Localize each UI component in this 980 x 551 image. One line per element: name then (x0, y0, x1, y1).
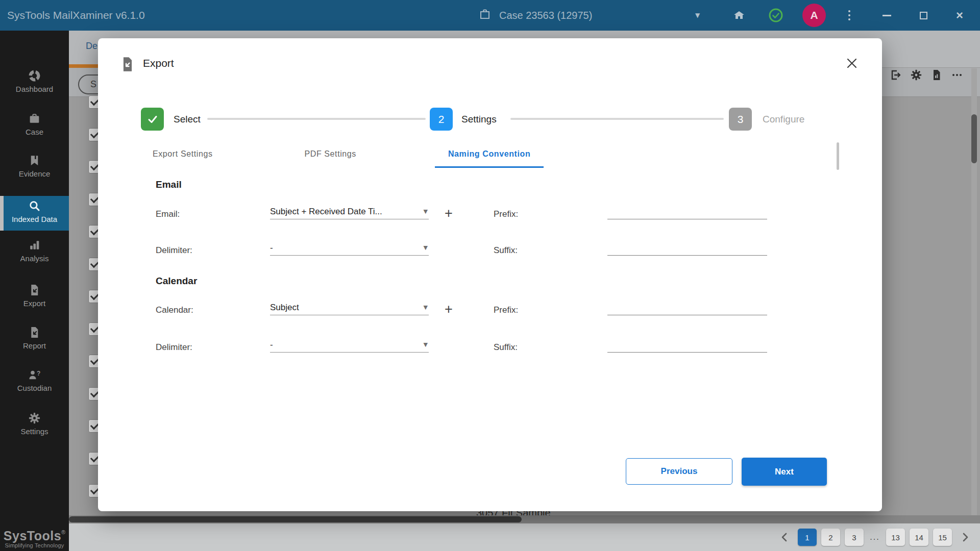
next-button[interactable]: Next (742, 458, 827, 486)
file-export-icon (28, 326, 41, 339)
step-connector (207, 118, 426, 120)
email-format-select[interactable]: Subject + Received Date Ti... ▼ (270, 203, 429, 219)
sidebar-item-label: Dashboard (16, 85, 53, 93)
select-value: Subject (270, 303, 299, 313)
previous-button[interactable]: Previous (626, 458, 732, 485)
sidebar-item-evidence[interactable]: Evidence (0, 154, 69, 178)
page-button[interactable]: 15 (933, 529, 952, 546)
check-circle-icon[interactable] (768, 0, 784, 31)
email-prefix-input[interactable] (607, 205, 767, 219)
section-heading-calendar: Calendar (156, 276, 197, 287)
sidebar-item-analysis[interactable]: Analysis (0, 239, 69, 263)
vertical-scrollbar[interactable] (971, 68, 977, 546)
dialog-title: Export (143, 57, 174, 69)
export-action-icon[interactable] (890, 69, 902, 81)
calendar-format-select[interactable]: Subject ▼ (270, 299, 429, 315)
briefcase-icon (479, 8, 491, 22)
email-delimiter-select[interactable]: - ▼ (270, 239, 429, 256)
sidebar-item-label: Settings (20, 427, 48, 436)
add-token-button[interactable]: + (440, 299, 457, 319)
page-button[interactable]: 13 (886, 529, 905, 546)
app-title: SysTools MailXaminer v6.1.0 (7, 0, 145, 31)
select-value: - (270, 243, 273, 253)
calendar-delimiter-row: Delimiter: - ▼ Suffix: (156, 336, 824, 359)
case-label: Case 23563 (12975) (499, 10, 592, 21)
calendar-format-row: Calendar: Subject ▼ + Prefix: (156, 299, 824, 321)
step-label: Configure (763, 108, 804, 131)
chevron-right-icon[interactable] (957, 529, 974, 546)
close-window-button[interactable]: × (951, 0, 968, 31)
sidebar-item-label: Evidence (19, 169, 51, 178)
check-icon (146, 113, 159, 126)
field-label: Delimiter: (156, 239, 192, 262)
chevron-down-icon: ▼ (424, 244, 428, 251)
horizontal-scrollbar[interactable] (69, 515, 980, 523)
page-ellipsis: ... (868, 533, 881, 542)
step-settings[interactable]: 2 (430, 108, 453, 131)
sidebar: Dashboard Case Evidence Indexed Data Ana… (0, 31, 69, 551)
gear-icon[interactable] (910, 69, 922, 81)
sidebar-item-case[interactable]: Case (0, 112, 69, 136)
app-window: SysTools MailXaminer v6.1.0 Case 23563 (… (0, 0, 980, 551)
vertical-scrollbar-thumb[interactable] (971, 114, 977, 163)
sidebar-item-export[interactable]: Export (0, 284, 69, 308)
dialog-scrollbar-thumb[interactable] (837, 142, 839, 170)
horizontal-scrollbar-thumb[interactable] (69, 516, 522, 522)
step-configure[interactable]: 3 (729, 108, 752, 131)
calendar-suffix-input[interactable] (607, 338, 767, 353)
maximize-button[interactable] (916, 0, 931, 31)
calendar-prefix-input[interactable] (607, 301, 767, 315)
person-question-icon: ? (28, 368, 42, 381)
tab-naming-convention[interactable]: Naming Convention (435, 145, 544, 168)
avatar[interactable]: A (802, 4, 826, 27)
file-export-icon (120, 57, 135, 74)
file-report-icon[interactable] (930, 69, 943, 81)
page-button[interactable]: 2 (821, 529, 840, 546)
sidebar-item-label: Report (23, 341, 46, 350)
grid-actions (890, 69, 963, 81)
chevron-down-icon: ▼ (424, 304, 428, 311)
donut-chart-icon (28, 69, 41, 82)
sidebar-item-indexed-data[interactable]: Indexed Data (0, 196, 69, 231)
home-icon[interactable] (731, 0, 747, 31)
tab-export-settings[interactable]: Export Settings (139, 145, 226, 168)
tab-pdf-settings[interactable]: PDF Settings (291, 145, 370, 168)
email-suffix-input[interactable] (607, 241, 767, 256)
section-heading-email: Email (156, 179, 182, 190)
export-dialog: Export Select 2 Settings 3 Configure Exp… (98, 38, 882, 511)
close-dialog-icon[interactable] (842, 54, 862, 73)
chevron-down-icon[interactable]: ▼ (695, 0, 700, 31)
sidebar-item-settings[interactable]: Settings (0, 412, 69, 436)
page-button[interactable]: 3 (845, 529, 864, 546)
logo-registered-mark: ® (61, 529, 65, 535)
chevron-down-icon: ▼ (424, 208, 428, 215)
svg-text:?: ? (37, 370, 40, 377)
bar-chart-icon (28, 239, 41, 252)
add-token-button[interactable]: + (440, 203, 457, 223)
kebab-menu-icon[interactable] (843, 0, 855, 31)
logo-tagline: Simplifying Technology (0, 542, 69, 548)
step-label: Settings (461, 108, 497, 131)
logo-name: SysTools (4, 529, 61, 543)
calendar-delimiter-select[interactable]: - ▼ (270, 336, 429, 353)
page-button[interactable]: 14 (910, 529, 928, 546)
select-value: - (270, 340, 273, 350)
chevron-left-icon[interactable] (776, 529, 793, 546)
sidebar-item-dashboard[interactable]: Dashboard (0, 69, 69, 93)
field-label: Prefix: (494, 203, 518, 226)
sidebar-item-report[interactable]: Report (0, 326, 69, 350)
sidebar-item-label: Analysis (20, 254, 49, 263)
minimize-button[interactable] (879, 0, 894, 31)
field-label: Email: (156, 203, 180, 226)
gear-icon (28, 412, 41, 424)
select-value: Subject + Received Date Ti... (270, 207, 382, 217)
sidebar-item-custodian[interactable]: ? Custodian (0, 368, 69, 392)
more-actions-icon[interactable] (951, 69, 963, 81)
step-connector (510, 118, 724, 120)
page-button[interactable]: 1 (798, 529, 817, 546)
field-label: Prefix: (494, 299, 518, 321)
step-label: Select (174, 108, 201, 131)
pagination: 1 2 3 ... 13 14 15 (776, 529, 974, 546)
step-select[interactable] (141, 108, 164, 131)
case-selector[interactable]: Case 23563 (12975) (479, 0, 592, 31)
